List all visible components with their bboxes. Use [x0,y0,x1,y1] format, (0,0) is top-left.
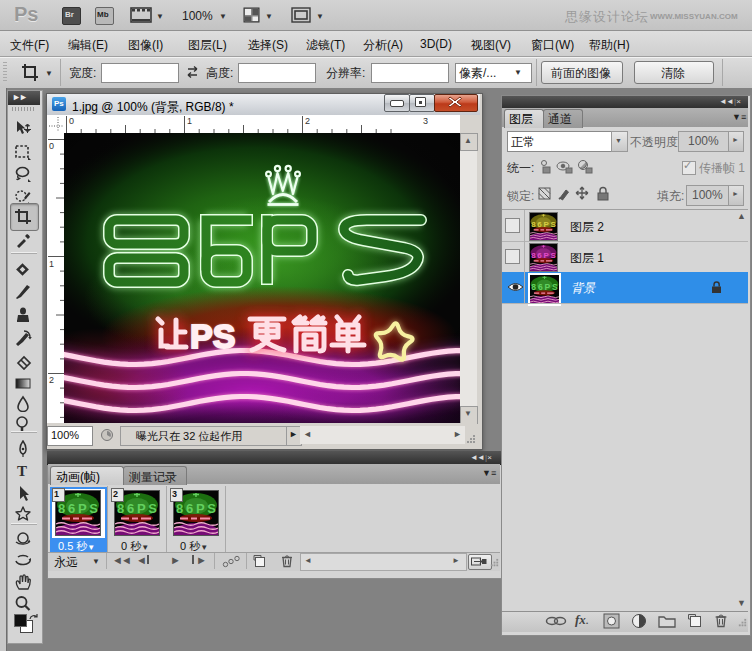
svg-text:86PS: 86PS [58,501,98,516]
svg-text:T: T [17,463,27,479]
svg-text:PS: PS [190,317,235,355]
svg-text:1: 1 [187,116,192,126]
svg-text:86PS: 86PS [176,501,216,516]
svg-text:0: 0 [49,141,54,151]
svg-text:1: 1 [49,259,54,269]
svg-text:86PS: 86PS [117,501,157,516]
svg-text:86PS: 86PS [531,282,558,292]
svg-text:2: 2 [305,116,310,126]
svg-text:2: 2 [49,375,54,385]
svg-text:0: 0 [69,116,74,126]
svg-text:3: 3 [423,116,428,126]
